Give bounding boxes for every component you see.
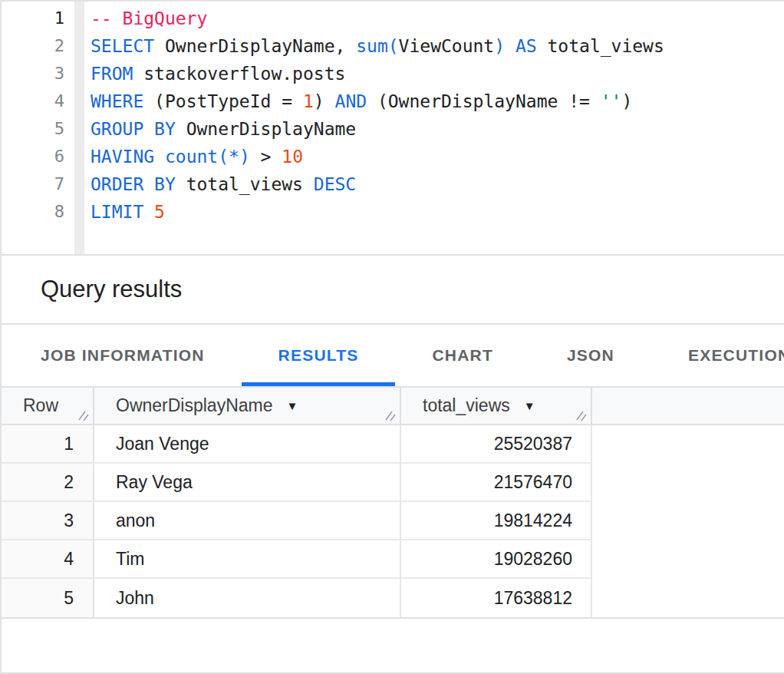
total-views-cell: 21576470 — [401, 464, 592, 502]
code-token: ) — [314, 91, 335, 111]
code-token: GROUP BY — [91, 119, 176, 139]
tab-results[interactable]: RESULTS — [242, 325, 396, 386]
total-views-cell: 19028260 — [401, 540, 592, 579]
code-token: LIMIT — [91, 202, 143, 222]
column-resize-icon[interactable] — [385, 410, 397, 421]
bigquery-results-panel: 1-- BigQuery2SELECT OwnerDisplayName, su… — [0, 0, 784, 674]
code-text: -- BigQuery — [91, 5, 207, 32]
table-header-row: RowOwnerDisplayName▼total_views▼ — [2, 388, 784, 425]
line-number: 2 — [2, 32, 64, 60]
total-views-cell: 25520387 — [401, 425, 592, 464]
results-table: RowOwnerDisplayName▼total_views▼ 1Joan V… — [2, 386, 784, 619]
column-menu-arrow-icon[interactable]: ▼ — [287, 399, 298, 412]
tab-label: JSON — [567, 346, 614, 365]
code-line[interactable]: 6HAVING count(*) > 10 — [2, 143, 784, 170]
results-tabbar: JOB INFORMATIONRESULTSCHARTJSONEXECUTION… — [2, 325, 784, 386]
code-token: > — [250, 147, 282, 167]
code-token: AND — [335, 91, 367, 111]
column-header-row[interactable]: Row — [2, 388, 94, 424]
code-token: (PostTypeId = — [143, 91, 303, 111]
code-token: 5 — [154, 202, 165, 222]
code-token: ) — [621, 91, 632, 111]
code-line[interactable]: 8LIMIT 5 — [2, 198, 784, 226]
code-token: (OwnerDisplayName != — [367, 91, 601, 111]
row-number-cell: 5 — [2, 579, 94, 617]
row-filler-cell — [592, 464, 784, 502]
total-views-cell: 19814224 — [401, 502, 592, 540]
line-number: 3 — [2, 60, 64, 88]
row-number-cell: 3 — [2, 502, 94, 540]
code-token: -- BigQuery — [91, 8, 207, 28]
row-filler-cell — [592, 579, 784, 617]
table-row: 3anon19814224 — [2, 502, 784, 540]
row-number-cell: 2 — [2, 464, 94, 502]
code-text: ORDER BY total_views DESC — [91, 170, 356, 198]
table-row: 1Joan Venge25520387 — [2, 425, 784, 464]
code-text: FROM stackoverflow.posts — [91, 60, 345, 88]
line-number: 4 — [2, 88, 64, 115]
line-number: 5 — [2, 115, 64, 143]
owner-display-name-cell: Ray Vega — [94, 464, 401, 502]
owner-display-name-cell: Joan Venge — [94, 425, 401, 464]
code-token: SELECT — [91, 36, 154, 56]
query-results-header: Query results — [2, 256, 784, 325]
tab-execution-details[interactable]: EXECUTION DETAILS — [651, 325, 784, 386]
column-menu-arrow-icon[interactable]: ▼ — [524, 399, 535, 412]
code-token: OwnerDisplayName — [176, 119, 356, 139]
bottom-whitespace — [2, 619, 784, 672]
owner-display-name-cell: Tim — [94, 540, 401, 579]
row-number-cell: 1 — [2, 425, 94, 464]
column-header-label: OwnerDisplayName — [116, 395, 273, 416]
code-token: ) — [494, 36, 505, 56]
code-token: stackoverflow.posts — [133, 64, 345, 84]
tab-json[interactable]: JSON — [530, 325, 651, 386]
column-header-label: total_views — [423, 395, 510, 416]
code-token — [154, 147, 165, 167]
code-text: HAVING count(*) > 10 — [91, 143, 303, 170]
code-token: OwnerDisplayName, — [154, 36, 356, 56]
sql-editor[interactable]: 1-- BigQuery2SELECT OwnerDisplayName, su… — [2, 2, 784, 256]
code-token: 10 — [282, 147, 303, 167]
code-text: WHERE (PostTypeId = 1) AND (OwnerDisplay… — [91, 88, 632, 115]
column-header-ownerdisplayname[interactable]: OwnerDisplayName▼ — [94, 388, 401, 424]
code-line[interactable]: 1-- BigQuery — [2, 5, 784, 32]
page-title: Query results — [41, 276, 182, 303]
code-line[interactable]: 7ORDER BY total_views DESC — [2, 170, 784, 198]
owner-display-name-cell: John — [94, 579, 401, 617]
tab-job-information[interactable]: JOB INFORMATION — [4, 325, 242, 386]
column-resize-icon[interactable] — [576, 410, 588, 421]
total-views-cell: 17638812 — [401, 579, 592, 617]
code-token: HAVING — [91, 147, 154, 167]
code-text: SELECT OwnerDisplayName, sum(ViewCount) … — [91, 32, 664, 60]
table-row: 4Tim19028260 — [2, 540, 784, 579]
code-token — [143, 202, 154, 222]
code-token: sum( — [356, 36, 398, 56]
tab-chart[interactable]: CHART — [395, 325, 530, 386]
code-token: total_views — [537, 36, 664, 56]
column-header-total_views[interactable]: total_views▼ — [401, 388, 592, 424]
code-line[interactable]: 4WHERE (PostTypeId = 1) AND (OwnerDispla… — [2, 88, 784, 115]
table-row: 5John17638812 — [2, 579, 784, 617]
line-number: 7 — [2, 170, 64, 198]
column-resize-icon[interactable] — [78, 410, 90, 421]
table-body: 1Joan Venge255203872Ray Vega215764703ano… — [2, 425, 784, 619]
tab-label: CHART — [432, 346, 493, 365]
column-header-label: Row — [23, 395, 58, 416]
code-text: GROUP BY OwnerDisplayName — [91, 115, 356, 143]
code-token: count(*) — [165, 147, 250, 167]
code-line[interactable]: 3FROM stackoverflow.posts — [2, 60, 784, 88]
code-lines: 1-- BigQuery2SELECT OwnerDisplayName, su… — [2, 2, 784, 226]
code-token: '' — [601, 91, 622, 111]
tab-label: RESULTS — [278, 346, 359, 365]
row-filler-cell — [592, 540, 784, 579]
tab-label: EXECUTION DETAILS — [688, 346, 784, 365]
code-line[interactable]: 5GROUP BY OwnerDisplayName — [2, 115, 784, 143]
row-filler-cell — [592, 502, 784, 540]
code-line[interactable]: 2SELECT OwnerDisplayName, sum(ViewCount)… — [2, 32, 784, 60]
code-token: 1 — [303, 91, 314, 111]
code-token: total_views — [176, 174, 314, 194]
table-header-filler — [592, 388, 784, 424]
code-token: ViewCount — [399, 36, 495, 56]
tab-label: JOB INFORMATION — [41, 346, 205, 365]
code-token: ORDER BY — [91, 174, 176, 194]
